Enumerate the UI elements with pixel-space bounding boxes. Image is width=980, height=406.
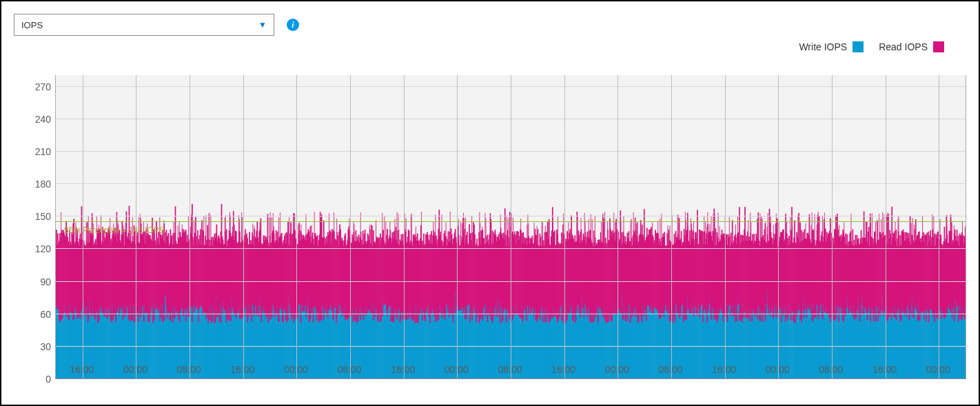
svg-rect-2783 xyxy=(748,220,748,243)
x-tick: 16:00 xyxy=(230,364,254,375)
svg-rect-2663 xyxy=(305,214,306,242)
legend-swatch-write xyxy=(853,41,864,52)
svg-rect-2666 xyxy=(329,214,329,248)
svg-rect-2638 xyxy=(221,214,222,215)
svg-rect-2834 xyxy=(914,225,915,231)
svg-rect-2780 xyxy=(735,225,736,239)
svg-rect-2691 xyxy=(441,214,442,241)
chart: 0306090120150180210240270 95th Percentil… xyxy=(14,55,966,379)
svg-rect-2639 xyxy=(225,218,225,233)
y-tick: 150 xyxy=(17,211,51,222)
svg-rect-2679 xyxy=(389,222,390,232)
svg-rect-2773 xyxy=(711,216,711,237)
svg-rect-2768 xyxy=(704,216,704,233)
svg-rect-2760 xyxy=(677,214,678,236)
svg-rect-2743 xyxy=(620,222,621,247)
svg-rect-2819 xyxy=(872,213,872,247)
svg-rect-2664 xyxy=(312,225,312,238)
svg-rect-2681 xyxy=(396,212,397,232)
y-tick: 240 xyxy=(17,114,51,125)
svg-rect-2757 xyxy=(667,225,668,247)
legend-item-read[interactable]: Read IOPS xyxy=(879,41,944,52)
gridline-v xyxy=(457,75,458,378)
svg-rect-2640 xyxy=(225,216,226,246)
svg-rect-2826 xyxy=(886,217,887,218)
svg-rect-2766 xyxy=(691,223,692,230)
svg-rect-2800 xyxy=(792,226,793,244)
svg-rect-2721 xyxy=(542,223,543,246)
svg-rect-2777 xyxy=(719,226,720,241)
svg-rect-2662 xyxy=(300,225,301,234)
svg-rect-2722 xyxy=(545,225,546,245)
svg-rect-2727 xyxy=(568,222,569,241)
svg-rect-2634 xyxy=(205,215,206,246)
y-tick: 210 xyxy=(17,146,51,157)
svg-rect-2836 xyxy=(932,214,932,231)
svg-rect-2769 xyxy=(705,221,706,241)
svg-rect-2763 xyxy=(686,221,686,232)
svg-rect-2734 xyxy=(592,219,593,245)
svg-rect-2692 xyxy=(446,222,447,237)
threshold-label: 95th Percentile = 145 IOPS xyxy=(60,225,165,235)
svg-rect-2685 xyxy=(411,214,411,247)
svg-rect-2828 xyxy=(895,221,895,242)
x-tick: 16:00 xyxy=(872,364,897,375)
gridline-v xyxy=(83,75,83,378)
gridline-v xyxy=(886,75,886,378)
svg-rect-2814 xyxy=(839,225,839,238)
svg-rect-2750 xyxy=(636,223,637,236)
svg-rect-2762 xyxy=(685,212,686,245)
info-icon-glyph: i xyxy=(292,20,294,30)
svg-rect-2802 xyxy=(805,223,806,240)
svg-rect-2627 xyxy=(178,225,178,238)
plot: 95th Percentile = 145 IOPS xyxy=(55,55,966,379)
svg-rect-2688 xyxy=(421,212,422,245)
y-tick: 30 xyxy=(17,341,51,352)
svg-rect-2785 xyxy=(751,222,751,242)
gridline-v xyxy=(832,75,833,378)
x-tick: 00:00 xyxy=(445,364,469,375)
info-icon[interactable]: i xyxy=(287,19,299,31)
x-tick: 00:00 xyxy=(926,364,950,375)
svg-rect-2731 xyxy=(585,221,586,234)
svg-rect-2652 xyxy=(270,212,271,243)
svg-rect-2717 xyxy=(528,223,529,238)
svg-rect-2796 xyxy=(785,214,786,234)
svg-rect-2764 xyxy=(688,226,688,243)
svg-rect-2817 xyxy=(866,222,866,236)
gridline-v xyxy=(404,75,405,378)
svg-rect-2599 xyxy=(965,246,966,307)
svg-rect-2670 xyxy=(354,221,354,234)
svg-rect-2689 xyxy=(433,221,433,232)
svg-rect-2687 xyxy=(416,227,416,238)
gridline-v xyxy=(296,75,297,378)
metric-select[interactable]: IOPS ▼ xyxy=(14,14,274,36)
gridline-v xyxy=(778,75,779,378)
x-tick: 08:00 xyxy=(819,364,843,375)
metrics-panel: IOPS ▼ i Write IOPS Read IOPS 0306090120… xyxy=(0,0,980,406)
svg-rect-2626 xyxy=(174,222,174,246)
gridline-v xyxy=(350,75,351,378)
svg-rect-2794 xyxy=(773,225,774,235)
svg-rect-2793 xyxy=(770,216,771,233)
x-tick: 08:00 xyxy=(338,364,362,375)
svg-rect-2697 xyxy=(462,223,462,241)
svg-rect-2728 xyxy=(577,216,578,241)
svg-rect-2642 xyxy=(232,227,233,233)
svg-rect-2738 xyxy=(607,221,608,231)
svg-rect-2633 xyxy=(203,216,204,246)
svg-rect-2700 xyxy=(464,218,465,230)
svg-rect-2761 xyxy=(678,215,679,241)
x-tick: 00:00 xyxy=(766,364,790,375)
plot-area[interactable]: 95th Percentile = 145 IOPS xyxy=(55,75,966,378)
legend-item-write[interactable]: Write IOPS xyxy=(799,41,864,52)
svg-rect-2648 xyxy=(252,223,253,236)
svg-rect-2644 xyxy=(238,215,239,233)
svg-rect-2653 xyxy=(272,217,272,234)
svg-rect-2827 xyxy=(887,213,888,246)
metric-select-value: IOPS xyxy=(21,20,43,30)
svg-rect-2791 xyxy=(767,227,768,236)
svg-rect-2635 xyxy=(208,214,209,247)
svg-rect-2713 xyxy=(513,218,513,236)
gridline-v xyxy=(243,75,244,378)
